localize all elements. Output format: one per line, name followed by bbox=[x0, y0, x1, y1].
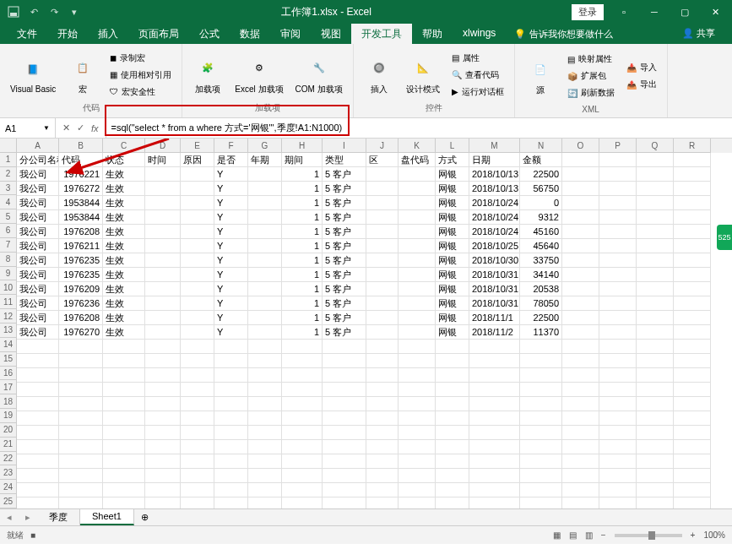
cell[interactable] bbox=[520, 368, 562, 383]
cell[interactable]: 网银 bbox=[436, 225, 469, 239]
cell[interactable]: 我公司 bbox=[17, 282, 59, 296]
cell[interactable] bbox=[145, 225, 181, 239]
cell[interactable] bbox=[674, 311, 711, 325]
cell[interactable]: Y bbox=[214, 282, 248, 296]
cell[interactable] bbox=[562, 196, 599, 210]
row-header[interactable]: 13 bbox=[0, 323, 17, 338]
cell[interactable]: Y bbox=[214, 253, 248, 268]
cell[interactable] bbox=[436, 497, 469, 508]
cell[interactable] bbox=[520, 340, 562, 354]
cell[interactable] bbox=[248, 225, 282, 239]
cell[interactable] bbox=[469, 411, 520, 426]
cell[interactable] bbox=[637, 426, 674, 440]
cell[interactable] bbox=[145, 368, 181, 383]
cell[interactable] bbox=[181, 239, 214, 253]
cell[interactable]: 5 客户 bbox=[323, 311, 366, 325]
cell[interactable] bbox=[436, 454, 469, 469]
cell[interactable]: 1976236 bbox=[59, 296, 103, 311]
cell[interactable] bbox=[366, 182, 399, 196]
cell[interactable] bbox=[17, 497, 59, 508]
cell[interactable]: 5 客户 bbox=[323, 268, 366, 282]
cell[interactable] bbox=[323, 440, 366, 454]
cell[interactable] bbox=[599, 411, 637, 426]
cell[interactable] bbox=[323, 397, 366, 411]
cell[interactable]: 生效 bbox=[103, 196, 145, 210]
cell[interactable]: 1976208 bbox=[59, 225, 103, 239]
sheet-tab-季度[interactable]: 季度 bbox=[37, 509, 80, 525]
cell[interactable] bbox=[282, 469, 323, 483]
cell[interactable] bbox=[599, 196, 637, 210]
cell[interactable]: Y bbox=[214, 325, 248, 340]
cell[interactable]: 生效 bbox=[103, 268, 145, 282]
view-code-button[interactable]: 🔍 查看代码 bbox=[448, 68, 507, 83]
cell[interactable]: 网银 bbox=[436, 167, 469, 182]
cell[interactable] bbox=[637, 210, 674, 225]
cell[interactable]: 78050 bbox=[520, 296, 562, 311]
cell[interactable]: 2018/10/31 bbox=[469, 268, 520, 282]
cell[interactable] bbox=[145, 411, 181, 426]
cell[interactable] bbox=[366, 497, 399, 508]
add-sheet-button[interactable]: ⊕ bbox=[134, 512, 155, 523]
cell[interactable] bbox=[399, 411, 436, 426]
cell[interactable] bbox=[181, 268, 214, 282]
zoom-slider[interactable] bbox=[615, 534, 682, 537]
cell[interactable] bbox=[145, 282, 181, 296]
cell[interactable] bbox=[520, 497, 562, 508]
design-mode-button[interactable]: 📐设计模式 bbox=[403, 53, 443, 97]
view-page-icon[interactable]: ▤ bbox=[569, 530, 577, 540]
tab-公式[interactable]: 公式 bbox=[189, 24, 230, 44]
cell[interactable] bbox=[214, 383, 248, 397]
cell[interactable] bbox=[599, 383, 637, 397]
cell[interactable] bbox=[599, 153, 637, 167]
cell[interactable] bbox=[399, 268, 436, 282]
cell[interactable] bbox=[181, 210, 214, 225]
xml-source-button[interactable]: 📄源 bbox=[522, 54, 559, 98]
cell[interactable]: 1976211 bbox=[59, 239, 103, 253]
qat-more-icon[interactable]: ▾ bbox=[66, 3, 83, 20]
cell[interactable] bbox=[181, 411, 214, 426]
cell[interactable] bbox=[674, 296, 711, 311]
cell[interactable]: 2018/10/30 bbox=[469, 253, 520, 268]
cell[interactable] bbox=[637, 182, 674, 196]
cell[interactable] bbox=[399, 440, 436, 454]
row-header[interactable]: 24 bbox=[0, 480, 17, 494]
cell[interactable] bbox=[214, 340, 248, 354]
row-header[interactable]: 9 bbox=[0, 267, 17, 281]
cell[interactable] bbox=[562, 383, 599, 397]
cell[interactable]: 我公司 bbox=[17, 253, 59, 268]
cell[interactable] bbox=[366, 397, 399, 411]
row-header[interactable]: 7 bbox=[0, 238, 17, 253]
cell[interactable] bbox=[599, 397, 637, 411]
col-header-P[interactable]: P bbox=[599, 139, 637, 153]
cell[interactable] bbox=[399, 397, 436, 411]
cell[interactable] bbox=[181, 397, 214, 411]
cell[interactable] bbox=[674, 210, 711, 225]
tab-数据[interactable]: 数据 bbox=[230, 24, 270, 44]
cell[interactable]: 我公司 bbox=[17, 182, 59, 196]
cell[interactable] bbox=[181, 368, 214, 383]
col-header-G[interactable]: G bbox=[248, 139, 282, 153]
col-header-K[interactable]: K bbox=[399, 139, 436, 153]
cell[interactable] bbox=[599, 440, 637, 454]
tab-帮助[interactable]: 帮助 bbox=[412, 24, 453, 44]
row-header[interactable]: 15 bbox=[0, 352, 17, 367]
cell[interactable] bbox=[323, 354, 366, 368]
cell[interactable] bbox=[469, 397, 520, 411]
col-header-H[interactable]: H bbox=[282, 139, 323, 153]
cell[interactable] bbox=[674, 397, 711, 411]
cell[interactable] bbox=[674, 167, 711, 182]
cell[interactable] bbox=[181, 296, 214, 311]
cell[interactable] bbox=[248, 311, 282, 325]
refresh-data-button[interactable]: 🔄 刷新数据 bbox=[564, 85, 618, 101]
cell[interactable]: 期间 bbox=[282, 153, 323, 167]
cell[interactable] bbox=[248, 182, 282, 196]
cell[interactable] bbox=[181, 167, 214, 182]
expansion-button[interactable]: 📦 扩展包 bbox=[564, 68, 618, 84]
cell[interactable] bbox=[181, 497, 214, 508]
cell[interactable] bbox=[214, 483, 248, 497]
cell[interactable]: Y bbox=[214, 210, 248, 225]
cell[interactable]: 金额 bbox=[520, 153, 562, 167]
tab-审阅[interactable]: 审阅 bbox=[270, 24, 311, 44]
cell[interactable] bbox=[282, 368, 323, 383]
cell[interactable] bbox=[181, 354, 214, 368]
